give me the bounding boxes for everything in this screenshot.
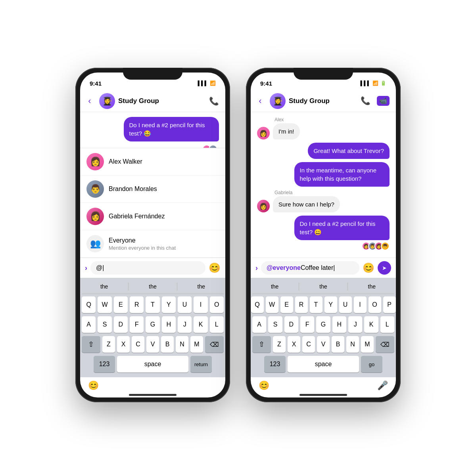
key-h-left[interactable]: H [162,316,176,333]
key-b-left[interactable]: B [161,336,174,353]
mention-item-alex[interactable]: 👩 Alex Walker [80,148,225,176]
key-l-right[interactable]: L [380,316,394,333]
key-a-left[interactable]: A [82,316,96,333]
key-l-left[interactable]: L [210,316,224,333]
key-z-right[interactable]: Z [273,336,286,353]
key-k-left[interactable]: K [194,316,207,333]
key-space-right[interactable]: space [288,356,359,373]
key-d-left[interactable]: D [114,316,128,333]
key-n-right[interactable]: N [346,336,359,353]
key-f-left[interactable]: F [130,316,144,333]
key-h-right[interactable]: H [332,316,346,333]
mention-name-everyone: Everyone [109,237,219,244]
key-t-right[interactable]: T [310,296,322,313]
key-r-left[interactable]: R [130,296,144,313]
key-o-left[interactable]: O [210,296,224,313]
key-space-left[interactable]: space [117,356,188,373]
key-p-right[interactable]: P [383,296,396,313]
key-x-right[interactable]: X [288,336,300,353]
key-x-left[interactable]: X [117,336,130,353]
emoji-bottom-left[interactable]: 😊 [88,380,99,391]
avatar-alex: 👩 [257,127,270,139]
key-v-right[interactable]: V [317,336,330,353]
key-b-right[interactable]: B [332,336,344,353]
mic-bottom-right[interactable]: 🎤 [377,380,388,391]
key-w-left[interactable]: W [98,296,111,313]
bubble-gabriela: Sure how can I help? [273,196,340,212]
key-t-left[interactable]: T [146,296,159,313]
key-q-right[interactable]: Q [251,296,264,313]
key-y-right[interactable]: Y [324,296,337,313]
autocorrect-the-r-3[interactable]: the [349,283,394,290]
key-row-2-left: A S D F G H J K L [82,316,224,333]
header-icons-left: 📞 [209,96,219,106]
key-shift-right[interactable]: ⇧ [252,336,271,353]
call-icon-left[interactable]: 📞 [209,96,219,106]
key-f-right[interactable]: F [300,316,314,333]
message-input-left[interactable]: @| [90,261,205,275]
message-input-right[interactable]: @everyone Coffee later| [261,261,359,275]
video-icon-right[interactable]: 📹 [377,96,390,106]
key-shift-left[interactable]: ⇧ [82,336,100,353]
key-i-left[interactable]: I [194,296,207,313]
key-o-right[interactable]: O [369,296,381,313]
emoji-button-left[interactable]: 😊 [209,262,221,273]
key-e-left[interactable]: E [114,296,128,313]
emoji-button-right[interactable]: 😊 [363,262,374,273]
key-r-right[interactable]: R [295,296,308,313]
key-123-left[interactable]: 123 [94,356,115,373]
key-u-right[interactable]: U [339,296,352,313]
call-icon-right[interactable]: 📞 [361,96,370,106]
key-s-left[interactable]: S [98,316,111,333]
key-g-left[interactable]: G [146,316,159,333]
key-g-right[interactable]: G [316,316,330,333]
screen-left: 9:41 ▌▌▌ 📶 ‹ 👩‍🎓 Study Group 📞 [80,73,225,397]
autocorrect-the-2[interactable]: the [130,283,175,290]
key-k-right[interactable]: K [364,316,378,333]
autocorrect-the-r-2[interactable]: the [301,283,345,290]
expand-icon-right[interactable]: › [255,264,258,272]
key-a-right[interactable]: A [252,316,266,333]
autocorrect-the-r-1[interactable]: the [252,283,297,290]
key-j-right[interactable]: J [348,316,362,333]
expand-icon-left[interactable]: › [85,264,87,272]
mention-item-brandon[interactable]: 👨 Brandon Morales [80,176,225,203]
key-row-1-left: Q W E R T Y U I O [82,296,224,313]
back-button-right[interactable]: ‹ [254,96,267,106]
autocorrect-the-1[interactable]: the [82,283,127,290]
emoji-bottom-right[interactable]: 😊 [259,380,269,391]
mention-item-everyone[interactable]: 👥 Everyone Mention everyone in this chat [80,230,225,258]
key-c-right[interactable]: C [302,336,315,353]
key-q-left[interactable]: Q [82,296,96,313]
key-m-right[interactable]: M [361,336,374,353]
input-bar-right: › @everyone Coffee later| 😊 ➤ [251,258,396,278]
key-y-left[interactable]: Y [162,296,176,313]
key-123-right[interactable]: 123 [264,356,286,373]
msg-row-sent-2: In the meantime, can anyone help with th… [257,162,390,187]
send-button-right[interactable]: ➤ [378,261,391,275]
key-z-left[interactable]: Z [102,336,115,353]
back-button-left[interactable]: ‹ [83,96,96,106]
key-delete-left[interactable]: ⌫ [205,336,224,353]
key-v-left[interactable]: V [146,336,159,353]
key-go-right[interactable]: go [361,356,382,373]
key-w-right[interactable]: W [266,296,278,313]
key-e-right[interactable]: E [280,296,293,313]
key-i-right[interactable]: I [354,296,367,313]
key-j-left[interactable]: J [178,316,192,333]
key-delete-right[interactable]: ⌫ [376,336,394,353]
scene: 9:41 ▌▌▌ 📶 ‹ 👩‍🎓 Study Group 📞 [0,0,476,470]
key-m-left[interactable]: M [190,336,203,353]
mention-item-gabriela[interactable]: 👩 Gabriela Fernández [80,203,225,230]
key-row-3-right: ⇧ Z X C V B N M ⌫ [252,336,394,353]
mention-avatar-gabriela: 👩 [86,208,104,225]
key-u-left[interactable]: U [178,296,192,313]
key-d-right[interactable]: D [284,316,298,333]
msg-group-alex: Alex 👩 I'm in! [257,117,390,139]
key-n-left[interactable]: N [176,336,188,353]
key-return-left[interactable]: return [190,356,212,373]
key-s-right[interactable]: S [268,316,282,333]
key-c-left[interactable]: C [132,336,144,353]
autocorrect-the-3[interactable]: the [179,283,224,290]
chat-body-right: Alex 👩 I'm in! Great! What about Trevor?… [251,112,396,258]
